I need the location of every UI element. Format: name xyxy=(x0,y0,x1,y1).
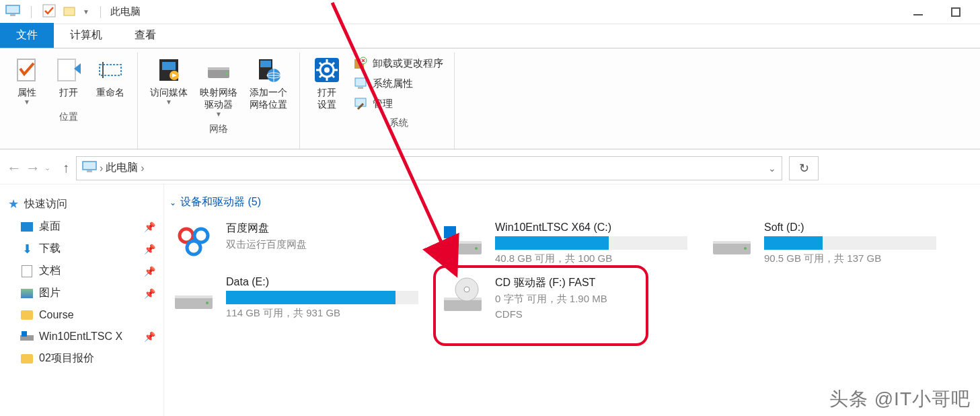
nav-arrows: ← → ⌄ ↑ xyxy=(7,160,69,177)
tab-file[interactable]: 文件 xyxy=(0,23,54,48)
content-area: ⌄ 设备和驱动器 (5) 百度网盘 双击运行百度网盘 Win10EntLTSC … xyxy=(164,184,980,416)
picture-icon xyxy=(20,287,34,300)
address-dropdown[interactable]: ⌄ xyxy=(768,163,776,174)
uninstall-button[interactable]: 卸载或更改程序 xyxy=(350,55,447,71)
section-header-drives[interactable]: ⌄ 设备和驱动器 (5) xyxy=(169,193,975,219)
tab-computer[interactable]: 计算机 xyxy=(54,23,118,48)
drive-icon xyxy=(439,221,487,261)
up-button[interactable]: ↑ xyxy=(63,160,69,176)
sidebar-item-win10[interactable]: Win10EntLTSC X 📌 xyxy=(0,326,163,347)
drive-icon xyxy=(169,276,218,315)
svg-point-54 xyxy=(206,302,209,304)
refresh-button[interactable]: ↻ xyxy=(789,156,819,180)
pc-icon xyxy=(5,5,20,20)
ribbon-group-network: 访问媒体 ▼ 映射网络 驱动器 ▼ 添加一个 网络位置 网络 xyxy=(138,53,300,149)
minimize-button[interactable] xyxy=(909,3,928,22)
svg-point-51 xyxy=(744,247,747,250)
chevron-right-icon[interactable]: › xyxy=(141,162,144,174)
sidebar-item-02project[interactable]: 02项目报价 xyxy=(0,347,163,370)
address-bar[interactable]: › 此电脑 › ⌄ xyxy=(76,156,782,180)
ribbon: 属性 ▼ 打开 重命名 位置 访问媒体 ▼ 映射网络 驱动器 xyxy=(0,48,980,149)
drive-free: 90.5 GB 可用，共 137 GB xyxy=(764,252,936,265)
svg-point-20 xyxy=(324,67,330,73)
tab-view[interactable]: 查看 xyxy=(118,23,172,48)
nav-bar: ← → ⌄ ↑ › 此电脑 › ⌄ ↻ xyxy=(0,152,980,184)
folder-small-icon[interactable] xyxy=(63,5,76,20)
svg-rect-5 xyxy=(58,59,75,81)
sidebar-item-downloads[interactable]: ⬇ 下载 📌 xyxy=(0,238,163,260)
ribbon-tabs: 文件 计算机 查看 xyxy=(0,24,980,48)
pin-icon: 📌 xyxy=(144,244,155,254)
maximize-button[interactable] xyxy=(946,3,965,22)
svg-point-43 xyxy=(475,247,478,250)
rename-button[interactable]: 重命名 xyxy=(90,53,130,101)
forward-button[interactable]: → xyxy=(26,160,40,177)
svg-rect-42 xyxy=(444,241,482,244)
properties-button[interactable]: 属性 ▼ xyxy=(7,53,47,108)
ribbon-group-system: 打开 设置 卸载或更改程序 系统属性 管理 系统 xyxy=(300,53,455,149)
drive-d[interactable]: Soft (D:) 90.5 GB 可用，共 137 GB xyxy=(708,219,936,268)
sidebar: ★ 快速访问 桌面 📌 ⬇ 下载 📌 文档 📌 图片 📌 Course xyxy=(0,184,164,416)
folder-icon xyxy=(20,352,34,366)
sidebar-item-pictures[interactable]: 图片 📌 xyxy=(0,282,163,304)
svg-rect-50 xyxy=(713,241,751,244)
qat-dropdown[interactable]: ▼ xyxy=(83,8,89,15)
sidebar-quick-access[interactable]: ★ 快速访问 xyxy=(0,193,163,215)
history-dropdown[interactable]: ⌄ xyxy=(44,164,50,172)
drive-name: CD 驱动器 (F:) FAST xyxy=(495,276,640,290)
window-controls xyxy=(909,3,975,22)
drive-f-cd[interactable]: CD 驱动器 (F:) FAST 0 字节 可用，共 1.90 MB CDFS xyxy=(439,273,640,322)
drive-c[interactable]: Win10EntLTSC X64 (C:) 40.8 GB 可用，共 100 G… xyxy=(439,219,687,268)
media-icon xyxy=(154,55,184,85)
folder-icon xyxy=(20,308,34,322)
svg-rect-7 xyxy=(102,62,104,78)
chevron-right-icon[interactable]: › xyxy=(100,162,103,174)
separator xyxy=(100,6,101,18)
open-settings-button[interactable]: 打开 设置 xyxy=(307,53,347,113)
collapse-icon[interactable]: ⌄ xyxy=(169,198,176,207)
drive-name: Win10EntLTSC X64 (C:) xyxy=(495,221,687,234)
svg-rect-9 xyxy=(162,62,176,70)
svg-rect-3 xyxy=(64,7,75,15)
manage-button[interactable]: 管理 xyxy=(350,96,447,112)
check-icon[interactable] xyxy=(42,4,56,20)
drive-fs: CDFS xyxy=(495,308,640,320)
svg-rect-12 xyxy=(208,67,229,70)
group-label-network: 网络 xyxy=(209,123,228,138)
svg-rect-34 xyxy=(83,162,96,170)
download-icon: ⬇ xyxy=(20,242,34,256)
disk-icon xyxy=(20,330,34,343)
qat-icons: ▼ xyxy=(5,4,105,20)
group-label-system: 系统 xyxy=(350,117,447,132)
access-media-button[interactable]: 访问媒体 ▼ xyxy=(145,53,193,108)
add-location-button[interactable]: 添加一个 网络位置 xyxy=(244,53,293,113)
sidebar-item-documents[interactable]: 文档 📌 xyxy=(0,260,163,282)
svg-rect-32 xyxy=(358,87,363,89)
breadcrumb-thispc[interactable]: 此电脑 xyxy=(106,161,138,175)
ribbon-group-location: 属性 ▼ 打开 重命名 位置 xyxy=(0,53,138,149)
sidebar-item-desktop[interactable]: 桌面 📌 xyxy=(0,215,163,238)
rename-icon xyxy=(96,55,125,85)
open-button[interactable]: 打开 xyxy=(48,53,89,101)
drive-e[interactable]: Data (E:) 114 GB 可用，共 931 GB xyxy=(169,273,418,322)
svg-rect-46 xyxy=(450,226,456,232)
star-icon: ★ xyxy=(8,197,19,211)
capacity-bar xyxy=(226,291,418,304)
svg-point-58 xyxy=(464,287,469,292)
add-location-icon xyxy=(254,55,283,85)
svg-point-40 xyxy=(187,241,200,254)
pin-icon: 📌 xyxy=(144,221,155,232)
uninstall-icon xyxy=(354,57,367,70)
sidebar-item-course[interactable]: Course xyxy=(0,304,163,326)
map-drive-button[interactable]: 映射网络 驱动器 ▼ xyxy=(194,53,243,120)
pc-icon xyxy=(82,161,97,176)
back-button[interactable]: ← xyxy=(7,160,22,177)
svg-rect-0 xyxy=(6,5,20,13)
group-label-location: 位置 xyxy=(59,111,78,126)
drive-name: 百度网盘 xyxy=(226,221,418,236)
svg-rect-53 xyxy=(175,296,213,298)
drive-baidu[interactable]: 百度网盘 双击运行百度网盘 xyxy=(169,219,418,268)
svg-rect-48 xyxy=(450,232,456,238)
system-properties-button[interactable]: 系统属性 xyxy=(350,75,447,92)
drive-name: Data (E:) xyxy=(226,276,418,288)
